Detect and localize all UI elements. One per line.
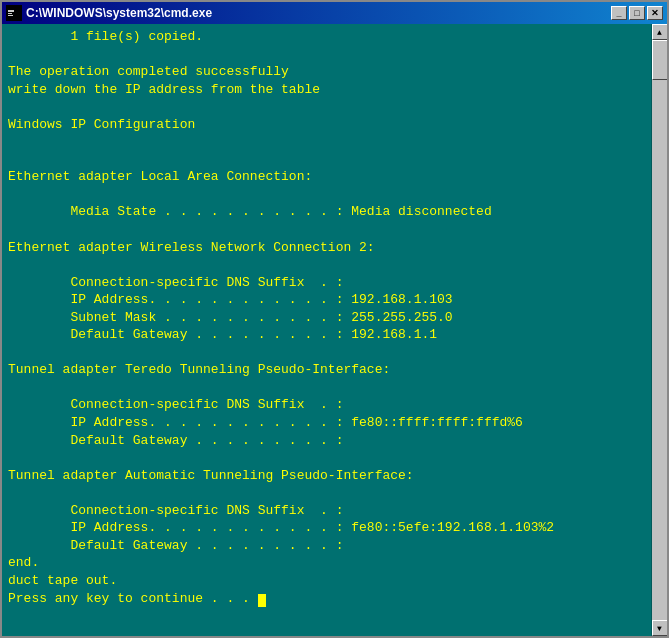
window-controls: _ □ ✕ [611,6,663,20]
title-bar-left: C:\WINDOWS\system32\cmd.exe [6,5,212,21]
cmd-icon [6,5,22,21]
svg-rect-1 [8,10,14,12]
scroll-down-button[interactable]: ▼ [652,620,668,636]
svg-rect-3 [8,15,13,16]
terminal-area: 1 file(s) copied. The operation complete… [2,24,667,636]
cursor [258,594,266,607]
title-bar: C:\WINDOWS\system32\cmd.exe _ □ ✕ [2,2,667,24]
cmd-window: C:\WINDOWS\system32\cmd.exe _ □ ✕ 1 file… [0,0,669,638]
scrollbar[interactable]: ▲ ▼ [651,24,667,636]
close-button[interactable]: ✕ [647,6,663,20]
maximize-button[interactable]: □ [629,6,645,20]
scroll-track[interactable] [652,40,668,620]
svg-rect-2 [8,13,12,14]
terminal-output[interactable]: 1 file(s) copied. The operation complete… [2,24,651,636]
scroll-up-button[interactable]: ▲ [652,24,668,40]
window-title: C:\WINDOWS\system32\cmd.exe [26,6,212,20]
minimize-button[interactable]: _ [611,6,627,20]
scroll-thumb[interactable] [652,40,668,80]
